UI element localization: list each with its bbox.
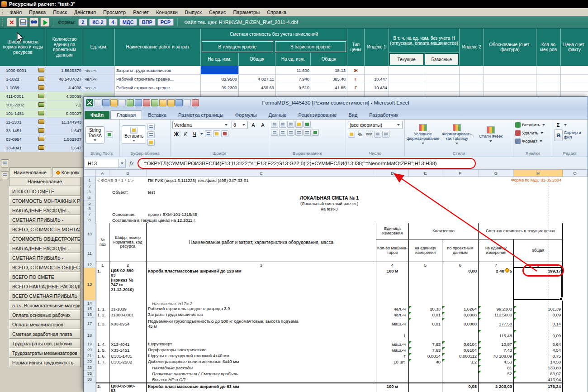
ribbon-tab[interactable]: Вид: [342, 111, 363, 119]
row-header[interactable]: [84, 382, 96, 392]
incl-current-cell[interactable]: [389, 75, 424, 83]
cell[interactable]: Х33-1451: [109, 347, 147, 353]
cell[interactable]: [442, 377, 479, 382]
row-header[interactable]: 4: [84, 195, 96, 201]
format-as-table-button[interactable]: Форматировать как таблицу: [441, 124, 473, 146]
align-right-icon[interactable]: [287, 129, 294, 136]
col-header-base[interactable]: Базисные: [425, 53, 459, 65]
qty-cell[interactable]: 4.30069: [46, 92, 83, 100]
cell[interactable]: [442, 301, 479, 306]
header-quantity[interactable]: Количество: [409, 223, 479, 239]
justification-cell[interactable]: [484, 75, 536, 83]
qty-cell[interactable]: 1.647: [46, 143, 83, 152]
sheet-icon[interactable]: [106, 131, 113, 138]
increase-decimal-icon[interactable]: [374, 131, 381, 138]
cell[interactable]: [147, 330, 376, 341]
borders-icon[interactable]: [205, 130, 212, 137]
unit-cell[interactable]: чел.-ч: [83, 66, 115, 74]
cell[interactable]: 2 485: [479, 268, 514, 301]
column-header[interactable]: B: [109, 170, 147, 177]
cell[interactable]: на test-3: [96, 206, 563, 211]
qty-cell[interactable]: 7.2: [46, 100, 83, 109]
left-strip-button[interactable]: [1, 159, 9, 167]
list-item[interactable]: в т.ч. Вспомогательные матери: [9, 301, 81, 310]
cell[interactable]: [96, 211, 109, 217]
base-per-unit-cell[interactable]: 9.510: [276, 83, 311, 91]
col-header-index1[interactable]: Индекс 1: [365, 29, 389, 66]
ribbon-tab[interactable]: Файл: [85, 111, 109, 119]
name-cell[interactable]: Рабочий строитель средне...: [115, 83, 201, 91]
cell[interactable]: 10 шт.: [376, 359, 409, 365]
autosum-button[interactable]: Σ: [554, 121, 562, 129]
cell[interactable]: ПК РИК (вер.1.3.111226) тел./факс (495) …: [147, 177, 376, 183]
row-header[interactable]: 17: [84, 318, 96, 330]
row-header[interactable]: 2: [84, 183, 96, 189]
col-header-name[interactable]: Наименование работ и затрат: [115, 29, 201, 66]
column-header[interactable]: O: [563, 170, 588, 177]
menu-item[interactable]: Выпуск: [181, 8, 205, 16]
cell[interactable]: 100 м: [376, 382, 409, 392]
cell[interactable]: Форма по МДС 81-35.2004: [479, 177, 563, 183]
left-strip-button[interactable]: [1, 171, 9, 179]
ribbon-tab[interactable]: Разработчик: [363, 111, 404, 119]
cell[interactable]: 1,6264: [442, 306, 479, 312]
list-item[interactable]: Трудозатраты механизаторов: [9, 348, 81, 358]
menu-item[interactable]: Действия: [71, 8, 100, 16]
currency-icon[interactable]: [348, 131, 355, 138]
base-per-unit-cell[interactable]: 7.940: [276, 75, 311, 83]
cell[interactable]: 0,0008: [442, 312, 479, 318]
spelling-icon[interactable]: [135, 99, 142, 106]
header-mech-qty[interactable]: Кол-во машина-торов: [376, 239, 409, 262]
ribbon-tab[interactable]: Вставка: [142, 111, 172, 119]
menu-item[interactable]: Просмотр: [100, 8, 129, 16]
bold-button[interactable]: Ж: [172, 130, 180, 138]
cell[interactable]: 0,6104: [442, 347, 479, 353]
mech-count-cell[interactable]: [536, 75, 561, 83]
row-header-selected[interactable]: 13: [84, 268, 96, 301]
cell[interactable]: 83,97: [514, 371, 563, 377]
justification-cell[interactable]: [484, 83, 536, 91]
cell[interactable]: 31-1039: [109, 306, 147, 312]
cell[interactable]: 40: [409, 359, 442, 365]
cell[interactable]: [563, 177, 588, 183]
cell[interactable]: Объект:: [109, 189, 147, 195]
row-header[interactable]: 22: [84, 359, 96, 365]
format-cells-button[interactable]: Формат: [515, 137, 550, 145]
percent-button[interactable]: %: [356, 130, 364, 138]
cell[interactable]: [376, 365, 409, 371]
list-item[interactable]: Трудозатраты осн. рабочих: [9, 339, 81, 348]
cell[interactable]: 81: [479, 365, 514, 371]
menu-item[interactable]: Файл: [6, 8, 25, 16]
cell[interactable]: 130,80: [514, 365, 563, 371]
menu-item[interactable]: Поиск: [49, 8, 70, 16]
cell[interactable]: 78 108,09: [479, 353, 514, 359]
cell[interactable]: 14,50: [514, 359, 563, 365]
name-box[interactable]: H13: [85, 159, 119, 168]
cell[interactable]: Основание:: [109, 211, 147, 217]
row-header[interactable]: 7: [84, 211, 96, 217]
new-document-icon[interactable]: [102, 99, 109, 106]
cell[interactable]: 0,09: [514, 330, 563, 341]
sort-asc-icon[interactable]: [159, 99, 166, 106]
formula-text[interactable]: =ОКРУГЛ(СУММПРОИЗВЕСЛИ(F13;I13:I22;"s";E…: [144, 161, 437, 166]
invoice-price-cell[interactable]: [561, 83, 588, 91]
cut-icon[interactable]: [147, 124, 155, 130]
qty-cell[interactable]: 11.144943: [46, 118, 83, 126]
incl-current-cell[interactable]: [389, 83, 424, 91]
cell[interactable]: ЛОКАЛЬНАЯ СМЕТА № 1: [96, 195, 563, 201]
resource-code-cell[interactable]: 411-0001: [0, 92, 46, 100]
cell[interactable]: 20,33: [409, 306, 442, 312]
resource-code-cell[interactable]: 13-4041: [0, 143, 46, 152]
merge-center-icon[interactable]: [312, 129, 319, 136]
cell[interactable]: [96, 371, 109, 377]
sort-desc-icon[interactable]: [167, 99, 175, 106]
row-header[interactable]: 16: [84, 312, 96, 318]
cell[interactable]: Накладные расходы: [147, 365, 376, 371]
cell[interactable]: 4: [376, 262, 409, 268]
cell[interactable]: проект ВХМ-101-1215/45: [147, 211, 376, 217]
cell[interactable]: [109, 330, 147, 341]
header-cost[interactable]: Сметная стоимость в текущих ценах: [479, 223, 563, 239]
cell[interactable]: 1. 2.: [96, 312, 109, 318]
header-cost-per-unit[interactable]: на единицу измерения: [479, 239, 514, 262]
row-header[interactable]: 3: [84, 189, 96, 195]
